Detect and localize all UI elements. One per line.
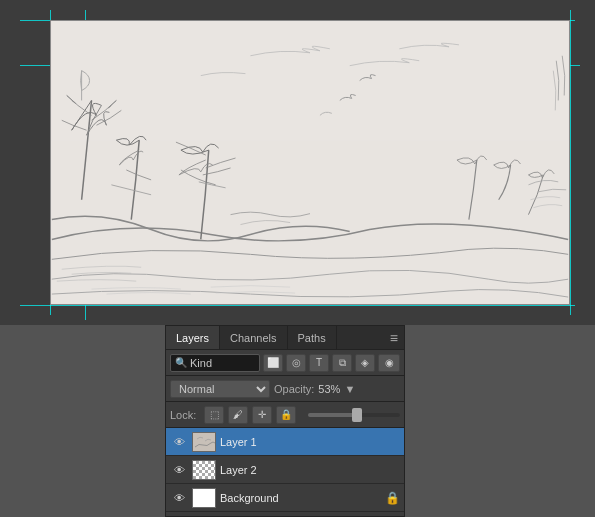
layer2-name: Layer 2 <box>220 464 400 476</box>
layer-row-layer1[interactable]: 👁 Layer 1 <box>166 428 404 456</box>
layer2-visibility-icon[interactable]: 👁 <box>170 461 188 479</box>
text-filter-icon[interactable]: T <box>309 354 329 372</box>
background-thumbnail <box>192 488 216 508</box>
shape-filter-icon[interactable]: ⧉ <box>332 354 352 372</box>
panel-menu-button[interactable]: ≡ <box>384 326 404 349</box>
lock-position-button[interactable]: ✛ <box>252 406 272 424</box>
adjustment-filter-icon[interactable]: ◎ <box>286 354 306 372</box>
tab-layers[interactable]: Layers <box>166 326 220 349</box>
layers-panel: Layers Channels Paths ≡ 🔍 ⬜ ◎ T ⧉ ◈ ◉ No… <box>165 325 405 517</box>
opacity-arrow[interactable]: ▼ <box>344 383 355 395</box>
background-lock-icon: 🔒 <box>385 491 400 505</box>
svg-rect-1 <box>52 21 568 140</box>
search-icon: 🔍 <box>175 357 187 368</box>
background-thumb-inner <box>193 489 215 507</box>
lock-label: Lock: <box>170 409 196 421</box>
lock-all-button[interactable]: 🔒 <box>276 406 296 424</box>
layer1-thumb-inner <box>193 433 215 451</box>
filter-row: 🔍 ⬜ ◎ T ⧉ ◈ ◉ <box>166 350 404 376</box>
filter-icons: ⬜ ◎ T ⧉ ◈ <box>263 354 375 372</box>
fill-slider-wrap[interactable] <box>308 413 400 417</box>
opacity-slider[interactable] <box>308 413 400 417</box>
opacity-value[interactable]: 53% <box>318 383 340 395</box>
blend-row: Normal Multiply Screen Overlay Opacity: … <box>166 376 404 402</box>
sketch-svg <box>51 21 569 304</box>
lock-image-button[interactable]: 🖌 <box>228 406 248 424</box>
lock-pixels-button[interactable]: ⬚ <box>204 406 224 424</box>
layer2-thumb-inner <box>193 461 215 479</box>
lock-row: Lock: ⬚ 🖌 ✛ 🔒 <box>166 402 404 428</box>
smart-filter-icon[interactable]: ◈ <box>355 354 375 372</box>
filter-toggle-icon[interactable]: ◉ <box>378 354 400 372</box>
tab-channels[interactable]: Channels <box>220 326 287 349</box>
canvas-area <box>0 0 595 325</box>
pixel-filter-icon[interactable]: ⬜ <box>263 354 283 372</box>
background-visibility-icon[interactable]: 👁 <box>170 489 188 507</box>
blend-mode-select[interactable]: Normal Multiply Screen Overlay <box>170 380 270 398</box>
layer1-visibility-icon[interactable]: 👁 <box>170 433 188 451</box>
layer2-thumbnail <box>192 460 216 480</box>
sketch-canvas <box>50 20 570 305</box>
filter-input-wrap[interactable]: 🔍 <box>170 354 260 372</box>
background-name: Background <box>220 492 381 504</box>
layer1-thumbnail <box>192 432 216 452</box>
guide-v-right <box>570 10 571 315</box>
tab-paths[interactable]: Paths <box>288 326 337 349</box>
canvas-wrapper <box>20 10 575 315</box>
layer-row-layer2[interactable]: 👁 Layer 2 <box>166 456 404 484</box>
panel-tabs: Layers Channels Paths ≡ <box>166 326 404 350</box>
opacity-label: Opacity: <box>274 383 314 395</box>
layer1-name: Layer 1 <box>220 436 400 448</box>
layer-row-background[interactable]: 👁 Background 🔒 <box>166 484 404 512</box>
filter-input[interactable] <box>190 357 255 369</box>
